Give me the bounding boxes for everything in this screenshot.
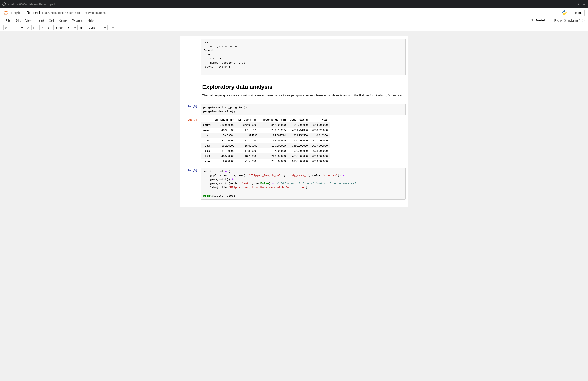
markdown-rendered: Exploratory data analysis The palmerpeng… xyxy=(201,79,406,100)
table-row: max59.60000021.500000231.0000006300.0000… xyxy=(201,159,330,164)
table-cell: 2700.000000 xyxy=(288,138,310,143)
table-cell: 13.100000 xyxy=(236,138,260,143)
table-row: min32.10000013.100000172.0000002700.0000… xyxy=(201,138,330,143)
insert-cell-button[interactable]: ＋ xyxy=(11,25,17,30)
table-row: 75%48.50000018.700000213.0000004750.0000… xyxy=(201,153,330,159)
kernel-status-icon xyxy=(582,19,585,22)
play-icon: ▶ xyxy=(56,26,58,29)
kernel-name: Python 3 (ipykernel) xyxy=(554,19,580,22)
table-cell: 2007.000000 xyxy=(310,143,330,148)
restart-button[interactable]: ↻ xyxy=(72,25,78,30)
svg-point-3 xyxy=(565,14,565,15)
move-down-button[interactable]: ↓ xyxy=(45,25,51,30)
menu-file[interactable]: File xyxy=(3,18,13,23)
run-label: Run xyxy=(58,26,63,29)
menu-cell[interactable]: Cell xyxy=(46,18,56,23)
move-up-button[interactable]: ↑ xyxy=(39,25,45,30)
table-cell: 1.974793 xyxy=(236,133,260,138)
out-prompt: Out[3]: xyxy=(182,117,201,164)
menu-widgets[interactable]: Widgets xyxy=(70,18,85,23)
table-header: body_mass_g xyxy=(288,117,310,122)
scissors-icon: ✂ xyxy=(21,26,23,29)
menu-view[interactable]: View xyxy=(23,18,34,23)
code-input[interactable]: penguins = load_penguins() penguins.desc… xyxy=(201,103,406,115)
code-cell-3-input[interactable]: In [3]: penguins = load_penguins() pengu… xyxy=(180,103,408,116)
table-cell: 342.000000 xyxy=(212,122,236,128)
table-cell: 6300.000000 xyxy=(288,159,310,164)
jupyter-logo[interactable]: jupyter xyxy=(3,10,23,16)
table-cell: 39.225000 xyxy=(212,143,236,148)
table-cell: 48.500000 xyxy=(212,153,236,159)
table-cell: 231.000000 xyxy=(260,159,288,164)
cell-container: --- title: "Quarto document" format: pdf… xyxy=(180,36,408,207)
table-cell: 344.000000 xyxy=(310,122,330,128)
table-cell: 2008.000000 xyxy=(310,148,330,153)
table-cell: 14.061714 xyxy=(260,133,288,138)
save-button[interactable] xyxy=(3,25,9,30)
markdown-cell[interactable]: Exploratory data analysis The palmerpeng… xyxy=(180,78,408,101)
row-label: std xyxy=(201,133,212,138)
svg-rect-7 xyxy=(34,26,35,27)
table-cell: 342.000000 xyxy=(260,122,288,128)
cut-button[interactable]: ✂ xyxy=(19,25,25,30)
table-cell: 15.600000 xyxy=(236,143,260,148)
bookmark-icon[interactable]: ☆ xyxy=(583,2,586,6)
table-cell: 172.000000 xyxy=(260,138,288,143)
table-cell: 2008.029070 xyxy=(310,128,330,133)
paste-button[interactable] xyxy=(31,25,37,30)
svg-point-1 xyxy=(4,14,4,15)
row-label: max xyxy=(201,159,212,164)
table-header: year xyxy=(310,117,330,122)
table-cell: 18.700000 xyxy=(236,153,260,159)
table-cell: 21.500000 xyxy=(236,159,260,164)
url[interactable]: localhost:8888/notebooks/Report1.ipynb xyxy=(8,3,577,6)
copy-icon xyxy=(27,26,30,29)
notebook-area: --- title: "Quarto document" format: pdf… xyxy=(180,31,408,211)
menu-insert[interactable]: Insert xyxy=(34,18,46,23)
table-row: mean43.92193017.151170200.9152054201.754… xyxy=(201,128,330,133)
table-cell: 2009.000000 xyxy=(310,159,330,164)
table-cell: 4750.000000 xyxy=(288,153,310,159)
svg-point-2 xyxy=(563,10,564,11)
share-icon[interactable]: ⇪ xyxy=(577,2,580,6)
plus-icon: ＋ xyxy=(13,26,15,29)
cell-type-select[interactable]: Code xyxy=(87,25,107,30)
table-cell: 801.954536 xyxy=(288,133,310,138)
table-cell: 5.459584 xyxy=(212,133,236,138)
row-label: count xyxy=(201,122,212,128)
command-palette-button[interactable] xyxy=(110,25,116,30)
notebook-title[interactable]: Report1 xyxy=(26,11,41,15)
run-button[interactable]: ▶ Run xyxy=(53,25,65,30)
svg-rect-5 xyxy=(28,27,29,29)
in-prompt: In [3]: xyxy=(182,103,201,115)
code-input[interactable]: scatter_plot = ( ggplot(penguins, aes(x=… xyxy=(201,167,406,200)
restart-run-all-button[interactable]: ▶▶ xyxy=(78,25,85,30)
raw-cell-content[interactable]: --- title: "Quarto document" format: pdf… xyxy=(201,39,406,75)
trust-button[interactable]: Not Trusted xyxy=(528,18,547,23)
table-cell: 4201.754386 xyxy=(288,128,310,133)
table-cell: 342.000000 xyxy=(236,122,260,128)
menu-edit[interactable]: Edit xyxy=(13,18,23,23)
table-row: std5.4595841.97479314.061714801.9545360.… xyxy=(201,133,330,138)
logout-button[interactable]: Logout xyxy=(569,10,585,16)
prompt-empty xyxy=(182,39,201,75)
heading: Exploratory data analysis xyxy=(202,84,404,90)
code-cell-3-output: Out[3]: bill_length_mmbill_depth_mmflipp… xyxy=(180,116,408,165)
copy-button[interactable] xyxy=(25,25,31,30)
table-cell: 2007.000000 xyxy=(310,138,330,143)
kernel-indicator[interactable]: Python 3 (ipykernel) xyxy=(551,19,585,22)
keyboard-icon xyxy=(111,26,114,29)
table-header: flipper_length_mm xyxy=(260,117,288,122)
code-cell-5-input[interactable]: In [5]: scatter_plot = ( ggplot(penguins… xyxy=(180,167,408,201)
menu-help[interactable]: Help xyxy=(85,18,96,23)
browser-address-bar: i localhost:8888/notebooks/Report1.ipynb… xyxy=(0,0,588,8)
menu-kernel[interactable]: Kernel xyxy=(56,18,70,23)
row-label: 50% xyxy=(201,148,212,153)
raw-cell[interactable]: --- title: "Quarto document" format: pdf… xyxy=(180,38,408,76)
row-label: 75% xyxy=(201,153,212,159)
arrow-up-icon: ↑ xyxy=(42,26,43,29)
table-cell: 342.000000 xyxy=(288,122,310,128)
info-icon: i xyxy=(2,2,6,6)
row-label: 25% xyxy=(201,143,212,148)
stop-button[interactable]: ■ xyxy=(66,25,71,30)
